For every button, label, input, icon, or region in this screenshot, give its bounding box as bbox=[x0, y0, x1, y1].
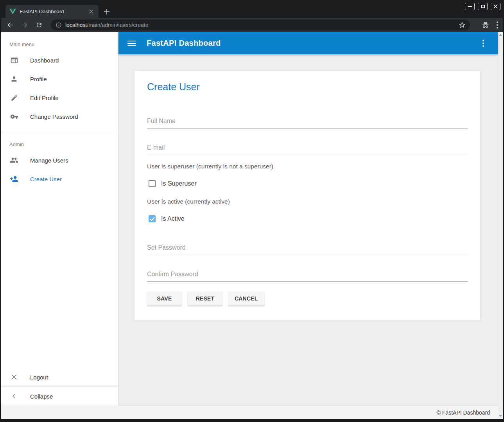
sidebar-item-label: Collapse bbox=[30, 393, 53, 400]
person-icon bbox=[9, 75, 19, 83]
sidebar-item-label: Edit Profile bbox=[30, 95, 59, 101]
main-area: FastAPI Dashboard Create User bbox=[118, 32, 498, 406]
person-add-icon bbox=[9, 175, 19, 183]
page-content: Create User User is superuser (currently… bbox=[118, 54, 498, 406]
confirm-password-input[interactable] bbox=[147, 271, 468, 281]
vue-logo-icon bbox=[9, 9, 16, 14]
create-user-card: Create User User is superuser (currently… bbox=[134, 71, 481, 321]
key-icon bbox=[9, 113, 19, 121]
maximize-button[interactable] bbox=[478, 3, 488, 10]
superuser-hint: User is superuser (currently is not a su… bbox=[147, 163, 468, 170]
cancel-button[interactable]: CANCEL bbox=[228, 291, 264, 306]
page-viewport: Main menu Dashboard Profile bbox=[1, 32, 503, 419]
form-buttons: SAVE RESET CANCEL bbox=[147, 291, 468, 306]
sidebar-item-label: Profile bbox=[30, 76, 47, 82]
url-bar[interactable]: localhost/main/admin/users/create bbox=[51, 20, 470, 30]
reload-icon[interactable] bbox=[35, 21, 43, 29]
chevron-left-icon bbox=[9, 393, 19, 399]
sidebar-item-label: Logout bbox=[30, 374, 48, 381]
sidebar-item-label: Manage Users bbox=[30, 157, 68, 164]
app-header: FastAPI Dashboard bbox=[118, 32, 498, 54]
sidebar-section-admin: Admin bbox=[1, 132, 118, 151]
new-tab-button[interactable] bbox=[102, 7, 112, 17]
checkbox-label: Is Active bbox=[161, 215, 185, 222]
browser-menu-kebab-icon[interactable] bbox=[497, 21, 498, 29]
toolbar-right bbox=[481, 21, 498, 29]
close-window-button[interactable] bbox=[491, 3, 500, 10]
window-controls bbox=[465, 3, 500, 10]
incognito-icon bbox=[481, 21, 490, 29]
is-superuser-checkbox[interactable] bbox=[149, 180, 156, 187]
sidebar-item-label: Create User bbox=[30, 176, 62, 182]
sidebar-item-label: Dashboard bbox=[30, 57, 59, 64]
page-footer: © FastAPI Dashboard bbox=[1, 406, 498, 419]
is-active-checkbox[interactable] bbox=[149, 215, 156, 222]
scroll-down-icon[interactable] bbox=[499, 415, 502, 417]
close-icon bbox=[9, 373, 19, 381]
pencil-icon bbox=[9, 94, 19, 102]
bookmark-star-icon[interactable] bbox=[458, 21, 466, 29]
set-password-input[interactable] bbox=[147, 244, 468, 255]
sidebar-item-edit-profile[interactable]: Edit Profile bbox=[1, 88, 118, 107]
people-icon bbox=[9, 156, 19, 165]
email-field-wrap bbox=[147, 136, 468, 155]
browser-tab[interactable]: FastAPI Dashboard bbox=[5, 5, 99, 18]
forward-icon[interactable] bbox=[20, 21, 29, 29]
copyright-text: © FastAPI Dashboard bbox=[437, 409, 490, 416]
email-input[interactable] bbox=[147, 144, 468, 155]
sidebar: Main menu Dashboard Profile bbox=[1, 32, 118, 406]
browser-tabstrip: FastAPI Dashboard bbox=[0, 0, 504, 18]
sidebar-item-manage-users[interactable]: Manage Users bbox=[1, 151, 118, 170]
tab-title: FastAPI Dashboard bbox=[20, 9, 88, 14]
site-info-icon[interactable] bbox=[56, 22, 62, 28]
web-icon bbox=[9, 56, 19, 64]
set-password-field-wrap bbox=[147, 236, 468, 255]
sidebar-section-main-menu: Main menu bbox=[1, 32, 118, 51]
sidebar-item-label: Change Password bbox=[30, 113, 78, 120]
url-text: localhost/main/admin/users/create bbox=[65, 22, 148, 28]
browser-toolbar: localhost/main/admin/users/create bbox=[1, 18, 503, 32]
sidebar-item-logout[interactable]: Logout bbox=[1, 368, 118, 386]
confirm-password-field-wrap bbox=[147, 263, 468, 282]
active-hint: User is active (currently active) bbox=[147, 198, 468, 205]
tab-close-icon[interactable] bbox=[88, 8, 95, 15]
app-title: FastAPI Dashboard bbox=[147, 39, 478, 48]
page-scrollbar[interactable] bbox=[498, 32, 503, 419]
minimize-button[interactable] bbox=[465, 3, 475, 10]
full-name-field-wrap bbox=[147, 110, 468, 129]
sidebar-item-collapse[interactable]: Collapse bbox=[1, 387, 118, 406]
sidebar-item-create-user[interactable]: Create User bbox=[1, 170, 118, 188]
sidebar-item-dashboard[interactable]: Dashboard bbox=[1, 51, 118, 70]
sidebar-item-change-password[interactable]: Change Password bbox=[1, 107, 118, 126]
save-button[interactable]: SAVE bbox=[147, 291, 182, 306]
is-active-checkbox-row[interactable]: Is Active bbox=[149, 215, 468, 222]
is-superuser-checkbox-row[interactable]: Is Superuser bbox=[149, 180, 468, 187]
page-title: Create User bbox=[147, 81, 468, 93]
back-icon[interactable] bbox=[6, 21, 14, 29]
reset-button[interactable]: RESET bbox=[188, 291, 222, 306]
checkbox-label: Is Superuser bbox=[161, 180, 197, 187]
sidebar-item-profile[interactable]: Profile bbox=[1, 70, 118, 88]
scroll-up-icon[interactable] bbox=[499, 34, 502, 36]
hamburger-menu-icon[interactable] bbox=[127, 40, 136, 46]
full-name-input[interactable] bbox=[147, 118, 468, 128]
app-menu-kebab-icon[interactable] bbox=[478, 38, 489, 49]
